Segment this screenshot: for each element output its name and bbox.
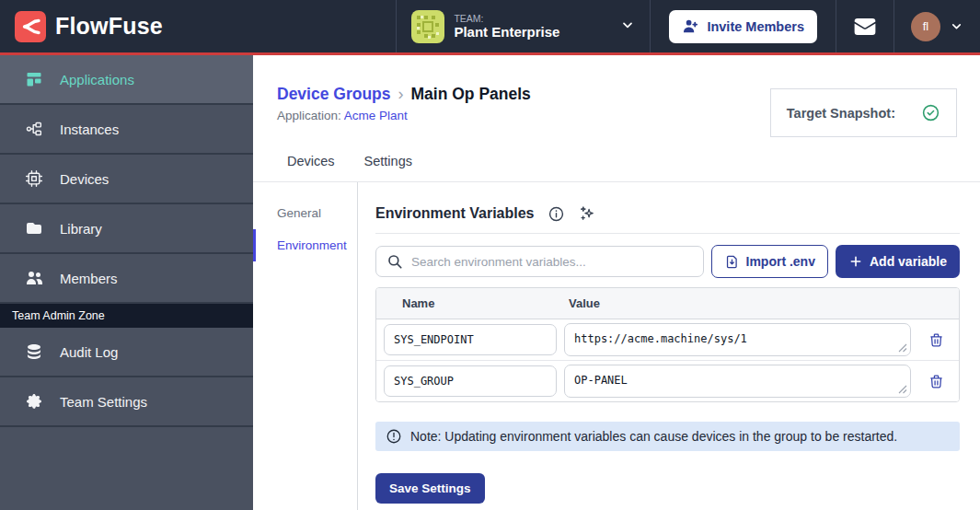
env-toolbar: Import .env Add variable [375, 245, 960, 278]
add-variable-label: Add variable [870, 254, 947, 269]
main-content: Device Groups › Main Op Panels Applicati… [253, 55, 980, 510]
folder-icon [25, 219, 43, 238]
search-wrap [375, 246, 704, 277]
info-icon[interactable] [548, 205, 565, 223]
sidebar-item-audit-log[interactable]: Audit Log [0, 328, 253, 377]
sidebar-item-devices[interactable]: Devices [0, 155, 253, 204]
app-window: FlowFuse TEAM: Plant Enterprise [0, 0, 980, 510]
environment-variables-title: Environment Variables [375, 205, 535, 222]
env-value-wrap: OP-PANEL [564, 365, 911, 398]
target-snapshot-label: Target Snapshot: [787, 106, 895, 121]
search-icon [386, 253, 403, 270]
env-value-textarea[interactable]: OP-PANEL [564, 365, 911, 398]
target-snapshot-box: Target Snapshot: [770, 88, 957, 137]
settings-nav-environment[interactable]: Environment [253, 229, 357, 261]
team-admin-zone-label: Team Admin Zone [0, 304, 253, 328]
env-value-wrap: https://acme.machine/sys/1 [564, 323, 911, 356]
sidebar-item-library[interactable]: Library [0, 204, 253, 254]
tab-bar: Devices Settings [253, 142, 980, 182]
application-link[interactable]: Acme Plant [344, 109, 408, 122]
invite-section: Invite Members [650, 0, 836, 52]
check-circle-icon [921, 103, 940, 122]
settings-side-nav: General Environment [253, 182, 357, 510]
save-settings-button[interactable]: Save Settings [375, 473, 485, 504]
env-name-input[interactable] [384, 365, 557, 397]
instances-icon [25, 120, 43, 138]
user-add-icon [682, 17, 699, 35]
table-row: https://acme.machine/sys/1 [376, 319, 959, 360]
invite-members-button[interactable]: Invite Members [669, 10, 817, 43]
delete-variable-button[interactable] [920, 324, 951, 355]
team-label: TEAM: [454, 13, 559, 24]
sidebar-item-label: Library [60, 221, 102, 237]
sidebar-item-label: Applications [60, 72, 134, 87]
delete-variable-button[interactable] [920, 365, 951, 397]
user-avatar: fl [911, 12, 940, 41]
applications-icon [25, 70, 43, 88]
column-header-value: Value [557, 288, 600, 319]
sidebar-item-team-settings[interactable]: Team Settings [0, 377, 253, 427]
plus-icon [848, 254, 863, 269]
trash-icon [928, 332, 944, 348]
sidebar-item-label: Instances [60, 122, 119, 137]
users-icon [25, 269, 43, 287]
trash-icon [928, 374, 944, 389]
flowfuse-logo-icon [15, 11, 46, 42]
sidebar-item-label: Members [60, 271, 118, 286]
column-header-name: Name [376, 288, 557, 319]
header-right: TEAM: Plant Enterprise Invite Members [396, 0, 980, 52]
chip-icon [25, 169, 43, 188]
restart-note-banner: Note: Updating environment variables can… [375, 422, 960, 451]
sidebar-item-label: Team Settings [60, 394, 147, 410]
env-variables-table: Name Value https://acme.machine/sys/1 [375, 287, 960, 402]
brand-name: FlowFuse [55, 13, 163, 40]
tab-settings[interactable]: Settings [363, 142, 414, 181]
table-row: OP-PANEL [376, 360, 959, 401]
sidebar-item-applications[interactable]: Applications [0, 55, 253, 105]
brand[interactable]: FlowFuse [0, 0, 178, 52]
chevron-down-icon [950, 19, 963, 33]
environment-variables-header: Environment Variables [375, 204, 960, 234]
sidebar-item-label: Audit Log [60, 344, 118, 360]
import-env-label: Import .env [746, 254, 815, 269]
sidebar-item-label: Devices [60, 171, 109, 187]
main-sidebar: Applications Instances Devices Library [0, 55, 253, 510]
sparkles-icon[interactable] [578, 204, 596, 223]
envelope-icon [853, 15, 877, 39]
document-download-icon [724, 254, 740, 270]
restart-note-text: Note: Updating environment variables can… [410, 429, 897, 444]
page-title: Main Op Panels [411, 85, 531, 104]
tab-devices[interactable]: Devices [285, 142, 337, 181]
top-navbar: FlowFuse TEAM: Plant Enterprise [0, 0, 980, 55]
search-input[interactable] [375, 246, 704, 277]
settings-panel: General Environment Environment Variable… [253, 182, 980, 510]
breadcrumb-device-groups-link[interactable]: Device Groups [277, 85, 391, 104]
notifications-button[interactable] [836, 0, 894, 52]
application-label: Application: [277, 109, 341, 122]
user-menu[interactable]: fl [894, 0, 980, 52]
chevron-down-icon [620, 17, 635, 36]
table-header: Name Value [376, 288, 959, 319]
database-icon [25, 342, 43, 361]
team-text: TEAM: Plant Enterprise [454, 13, 559, 40]
import-env-button[interactable]: Import .env [711, 245, 828, 278]
sidebar-item-instances[interactable]: Instances [0, 105, 253, 155]
breadcrumb-separator: › [398, 85, 404, 104]
invite-members-label: Invite Members [707, 19, 804, 34]
gear-icon [25, 392, 43, 411]
env-value-textarea[interactable]: https://acme.machine/sys/1 [564, 323, 911, 356]
team-avatar [411, 10, 444, 43]
exclamation-circle-icon [386, 428, 402, 445]
settings-nav-general[interactable]: General [253, 197, 357, 229]
environment-settings-content: Environment Variables [357, 182, 980, 510]
add-variable-button[interactable]: Add variable [836, 245, 960, 278]
team-name: Plant Enterprise [454, 24, 559, 40]
sidebar-item-members[interactable]: Members [0, 254, 253, 304]
team-selector[interactable]: TEAM: Plant Enterprise [396, 0, 650, 52]
env-name-input[interactable] [384, 324, 557, 355]
page-header: Device Groups › Main Op Panels Applicati… [253, 55, 980, 122]
